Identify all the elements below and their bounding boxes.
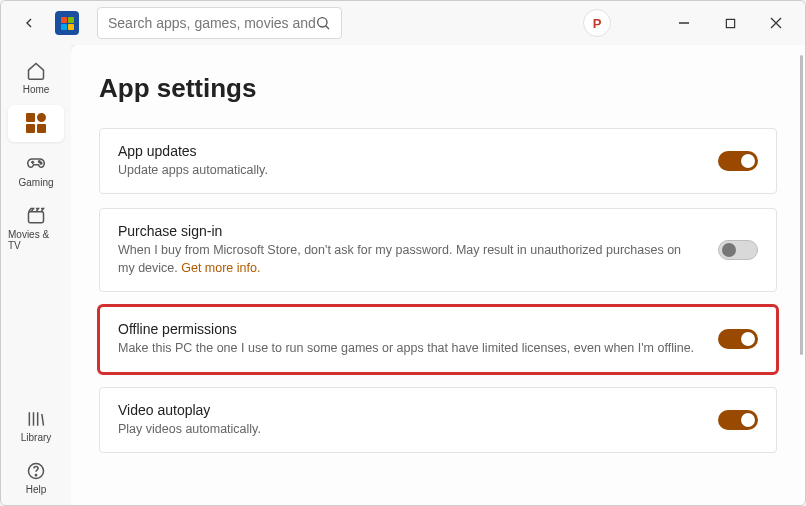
svg-point-4 xyxy=(40,162,42,164)
svg-point-0 xyxy=(318,18,327,27)
sidebar: Home Gaming Movies & TV Library xyxy=(1,45,71,505)
store-logo xyxy=(55,11,79,35)
setting-title: Offline permissions xyxy=(118,321,698,337)
setting-desc: Update apps automatically. xyxy=(118,161,698,179)
sidebar-item-label: Gaming xyxy=(18,177,53,188)
window-controls xyxy=(661,7,799,39)
content-area: App settings App updates Update apps aut… xyxy=(71,45,805,505)
setting-offline-permissions: Offline permissions Make this PC the one… xyxy=(99,306,777,372)
sidebar-item-label: Library xyxy=(21,432,52,443)
sidebar-item-label: Home xyxy=(23,84,50,95)
setting-title: App updates xyxy=(118,143,698,159)
page-title: App settings xyxy=(99,73,777,104)
toggle-offline-permissions[interactable] xyxy=(718,329,758,349)
sidebar-item-movies[interactable]: Movies & TV xyxy=(8,198,64,257)
close-button[interactable] xyxy=(753,7,799,39)
sidebar-item-label: Help xyxy=(26,484,47,495)
setting-desc: Play videos automatically. xyxy=(118,420,698,438)
setting-video-autoplay: Video autoplay Play videos automatically… xyxy=(99,387,777,453)
scrollbar[interactable] xyxy=(800,55,803,355)
search-input[interactable] xyxy=(108,15,315,31)
minimize-button[interactable] xyxy=(661,7,707,39)
setting-desc: Make this PC the one I use to run some g… xyxy=(118,339,698,357)
sidebar-item-library[interactable]: Library xyxy=(8,401,64,449)
home-icon xyxy=(26,61,46,81)
maximize-button[interactable] xyxy=(707,7,753,39)
setting-purchase-signin: Purchase sign-in When I buy from Microso… xyxy=(99,208,777,292)
apps-icon xyxy=(26,113,46,133)
toggle-app-updates[interactable] xyxy=(718,151,758,171)
sidebar-item-apps[interactable] xyxy=(8,105,64,142)
svg-point-7 xyxy=(35,475,36,476)
search-icon xyxy=(315,15,331,31)
setting-app-updates: App updates Update apps automatically. xyxy=(99,128,777,194)
svg-rect-5 xyxy=(29,212,44,223)
sidebar-item-label: Movies & TV xyxy=(8,229,64,251)
svg-rect-2 xyxy=(726,19,734,27)
toggle-purchase-signin[interactable] xyxy=(718,240,758,260)
sidebar-item-help[interactable]: Help xyxy=(8,453,64,501)
library-icon xyxy=(26,409,46,429)
setting-desc: When I buy from Microsoft Store, don't a… xyxy=(118,241,698,277)
sidebar-item-home[interactable]: Home xyxy=(8,53,64,101)
help-icon xyxy=(26,461,46,481)
sidebar-item-gaming[interactable]: Gaming xyxy=(8,146,64,194)
setting-title: Video autoplay xyxy=(118,402,698,418)
gamepad-icon xyxy=(26,154,46,174)
titlebar: P xyxy=(1,1,805,45)
profile-avatar[interactable]: P xyxy=(583,9,611,37)
back-button[interactable] xyxy=(13,7,45,39)
movies-icon xyxy=(26,206,46,226)
search-bar[interactable] xyxy=(97,7,342,39)
get-more-info-link[interactable]: Get more info. xyxy=(181,261,260,275)
toggle-video-autoplay[interactable] xyxy=(718,410,758,430)
setting-title: Purchase sign-in xyxy=(118,223,698,239)
